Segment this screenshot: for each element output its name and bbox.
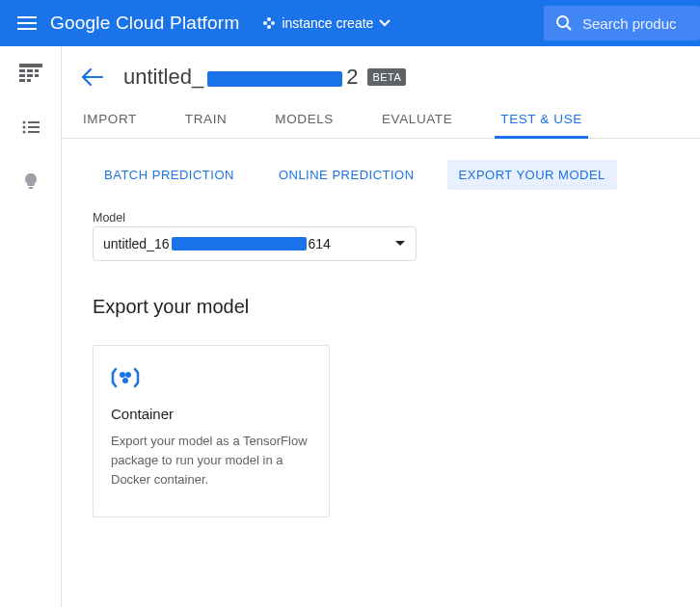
model-selected-value: untitled_16614 <box>103 236 331 251</box>
svg-point-26 <box>125 372 131 378</box>
svg-point-18 <box>22 121 25 124</box>
product-title: Google Cloud Platform <box>50 13 239 34</box>
tables-icon <box>17 62 44 85</box>
search-input[interactable] <box>582 15 688 32</box>
dataset-name: untitled_2 BETA <box>123 65 406 90</box>
svg-rect-9 <box>19 64 42 67</box>
svg-point-27 <box>122 378 128 383</box>
menu-icon <box>17 16 37 30</box>
svg-rect-1 <box>17 22 37 24</box>
svg-rect-16 <box>19 79 25 82</box>
back-button[interactable] <box>75 60 110 94</box>
redacted-text <box>172 237 307 251</box>
chevron-down-icon <box>394 240 406 248</box>
tab-models[interactable]: MODELS <box>273 104 336 138</box>
top-header: Google Cloud Platform instance create <box>0 0 700 46</box>
svg-rect-17 <box>27 79 31 82</box>
section-heading: Export your model <box>62 261 700 318</box>
subtab-online-prediction[interactable]: ONLINE PREDICTION <box>267 160 426 190</box>
svg-point-3 <box>263 21 267 25</box>
tab-test-use[interactable]: TEST & USE <box>498 104 584 138</box>
project-icon <box>262 16 276 30</box>
svg-line-8 <box>567 26 571 30</box>
beta-badge: BETA <box>367 68 406 86</box>
hamburger-menu-button[interactable] <box>4 0 50 46</box>
container-icon <box>111 365 311 390</box>
list-icon <box>22 120 40 134</box>
subtab-export-model[interactable]: EXPORT YOUR MODEL <box>447 160 617 190</box>
primary-tabs: IMPORT TRAIN MODELS EVALUATE TEST & USE <box>62 104 700 139</box>
svg-rect-2 <box>17 28 37 30</box>
page-header: untitled_2 BETA <box>62 46 700 104</box>
export-container-card[interactable]: Container Export your model as a TensorF… <box>93 345 330 517</box>
dataset-name-suffix: 2 <box>346 65 358 90</box>
svg-rect-12 <box>35 69 39 72</box>
tab-train[interactable]: TRAIN <box>183 104 229 138</box>
svg-point-6 <box>267 25 271 29</box>
tab-import[interactable]: IMPORT <box>81 104 139 138</box>
project-name: instance create <box>282 15 373 31</box>
svg-point-7 <box>557 16 568 27</box>
svg-rect-0 <box>17 16 37 18</box>
redacted-text <box>207 71 342 87</box>
subtab-batch-prediction[interactable]: BATCH PREDICTION <box>93 160 246 190</box>
svg-rect-19 <box>28 121 40 123</box>
svg-point-25 <box>120 372 125 378</box>
svg-rect-23 <box>28 131 40 133</box>
rail-list-button[interactable] <box>17 114 44 141</box>
project-selector[interactable]: instance create <box>255 12 398 35</box>
dataset-name-prefix: untitled_ <box>123 65 203 90</box>
svg-rect-24 <box>28 187 33 189</box>
rail-tips-button[interactable] <box>17 168 44 195</box>
search-icon <box>555 14 573 32</box>
rail-tables-button[interactable] <box>17 60 44 87</box>
card-title: Container <box>111 406 311 422</box>
svg-rect-15 <box>35 74 39 77</box>
svg-point-4 <box>267 17 271 21</box>
main-layout: untitled_2 BETA IMPORT TRAIN MODELS EVAL… <box>0 46 700 607</box>
chevron-down-icon <box>379 19 390 27</box>
model-block: Model untitled_16614 <box>62 190 700 261</box>
svg-point-20 <box>22 126 25 129</box>
svg-rect-10 <box>19 69 25 72</box>
left-rail <box>0 46 62 607</box>
svg-point-5 <box>271 21 275 25</box>
arrow-left-icon <box>82 68 103 86</box>
tab-evaluate[interactable]: EVALUATE <box>380 104 454 138</box>
content-area: untitled_2 BETA IMPORT TRAIN MODELS EVAL… <box>62 46 700 607</box>
svg-rect-14 <box>27 74 33 77</box>
model-label: Model <box>93 211 681 224</box>
search-area[interactable] <box>544 6 700 40</box>
card-description: Export your model as a TensorFlow packag… <box>111 432 311 489</box>
model-select[interactable]: untitled_16614 <box>93 226 417 261</box>
svg-rect-21 <box>28 126 40 128</box>
svg-rect-11 <box>27 69 33 72</box>
svg-rect-13 <box>19 74 25 77</box>
sub-tabs: BATCH PREDICTION ONLINE PREDICTION EXPOR… <box>62 139 700 190</box>
svg-point-22 <box>22 131 25 134</box>
lightbulb-icon <box>24 172 38 190</box>
